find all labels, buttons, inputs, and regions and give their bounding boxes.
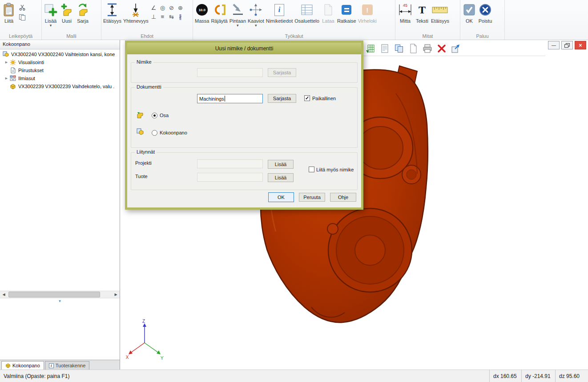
expand-arrow-icon[interactable]: ▶ [4,77,9,80]
paikallinen-checkbox[interactable]: ✓ [304,95,310,101]
measure-button[interactable]: 45 Mitta [396,1,414,24]
copy-icon [19,14,26,21]
dropdown-arrow-icon[interactable]: ▾ [255,24,257,27]
visualization-sun-icon [9,59,16,65]
tools-group-label: Työkalut [193,33,395,39]
to-surface-button[interactable]: Pintaan ▾ [229,1,247,27]
copy-button[interactable] [18,13,27,21]
tree-item-ilmiasut[interactable]: ▶ Ilmiasut [0,74,119,82]
add-model-button[interactable]: Lisää ▾ [43,1,59,27]
tuote-label: Tuote [135,174,148,179]
print-button[interactable] [423,44,432,53]
tree-item-piirustukset[interactable]: Piirustukset [0,66,119,74]
new-sheet-button[interactable] [408,44,418,53]
diagrams-button[interactable]: Kaaviot ▾ [247,1,265,27]
tab-kokoonpano[interactable]: Kokoonpano [1,361,44,370]
tuote-lisaa-button[interactable]: Lisää [268,173,294,182]
expand-arrow-icon[interactable]: ▶ [4,61,9,64]
button-label: Peruuta [303,195,321,200]
symmetry-constraint-icon[interactable]: ⊛ [176,4,185,12]
ok-ribbon-button[interactable]: OK [461,1,477,24]
export-spreadsheet-button[interactable] [366,44,375,53]
tree-item-root-assembly[interactable]: VX3002240 VX3002240 Vaihteiston kansi, k… [0,50,119,58]
cross-constraint-icon[interactable]: ∦ [176,12,185,21]
error-log-button[interactable]: ! Virheloki [357,1,378,24]
osa-radio[interactable] [152,113,157,118]
distance-constraint-button[interactable]: Etäisyys [102,1,122,24]
tab-tuoterakenne[interactable]: i Tuoterakenne [45,361,89,370]
cut-button[interactable] [18,4,27,11]
projekti-lisaa-button[interactable]: Lisää [268,160,294,169]
paste-button[interactable]: Liitä [1,1,17,24]
series-button[interactable]: Sarja [75,1,91,24]
mass-button[interactable]: 10.0 Massa [194,1,210,24]
dokumentti-sarjasta-button[interactable]: Sarjasta [268,94,296,103]
nimike-sarjasta-button[interactable]: Sarjasta [268,68,296,77]
parallel-constraint-icon[interactable]: ≡ [158,12,167,21]
splitter-marker-icon[interactable]: ▼ [58,299,62,303]
assembly-root-icon [2,51,9,57]
liita-myos-checkbox[interactable] [309,167,314,172]
part-cube-icon [9,83,16,89]
tree-item-visualisointi[interactable]: ▶ Visualisointi [0,58,119,66]
delete-view-button[interactable] [437,44,447,53]
perpendicular-constraint-icon[interactable]: ⊥ [149,12,158,21]
scroll-right-button[interactable]: ▶ [112,291,120,298]
configurations-icon [9,75,16,81]
document-list-button[interactable] [380,44,390,53]
model-group-label: Malli [42,33,101,39]
ok-ribbon-label: OK [466,18,473,24]
ok-button[interactable]: OK [268,192,294,202]
text-tool-button[interactable]: T Teksti [414,1,430,24]
angle-constraint-icon[interactable]: ∠ [149,4,158,12]
scissors-icon [19,4,25,11]
tangent-constraint-icon[interactable]: ⊘ [167,4,176,12]
copy-view-button[interactable] [394,44,404,53]
coincidence-constraint-button[interactable]: Yhtenevyys [122,1,149,24]
exit-button[interactable]: Poistu [477,1,493,24]
align-constraint-icon[interactable]: ⇆ [167,12,176,21]
tree-item-part-vx3002239[interactable]: VX3002239 VX3002239 Vaihdekotelo, valu . [0,82,119,90]
kokoonpano-radio[interactable] [152,130,157,136]
dropdown-arrow-icon[interactable]: ▾ [237,24,239,27]
solve-button[interactable]: Ratkaise [336,1,357,24]
paikallinen-label: Paikallinen [312,96,336,101]
scrollbar-track[interactable] [8,291,112,298]
error-log-label: Virheloki [358,18,377,24]
new-part-icon [60,2,73,18]
close-button[interactable]: × [575,41,586,49]
dokumentti-input[interactable]: Machinings [197,94,263,103]
ohje-button[interactable]: Ohje [330,193,356,202]
load-button[interactable]: Lataa [320,1,336,24]
panel-tab-bar: Kokoonpano i Tuoterakenne [0,360,120,370]
item-info-label: Nimiketiedot [266,18,293,24]
distance-measure-button[interactable]: Etäisyys [430,1,450,24]
restore-button[interactable] [561,41,573,49]
minimize-button[interactable]: — [548,41,560,49]
item-info-button[interactable]: i Nimiketiedot [265,1,294,24]
dialog-titlebar[interactable]: Uusi nimike / dokumentti [127,43,361,54]
explode-button[interactable]: Räjäytä [210,1,228,24]
export-view-button[interactable] [451,44,461,53]
new-part-button[interactable]: Uusi [59,1,75,24]
coincidence-constraint-icon [129,2,142,18]
dropdown-arrow-icon[interactable]: ▾ [50,24,52,27]
concentric-constraint-icon[interactable]: ◎ [158,4,167,12]
tree-item-label: VX3002240 VX3002240 Vaihteiston kansi, k… [11,52,115,57]
button-label: Sarjasta [273,70,291,75]
solve-label: Ratkaise [337,18,356,24]
new-item-document-dialog: Uusi nimike / dokumentti Nimike Sarjasta… [125,41,363,210]
ribbon-group-clipboard: Liitä Leikepöytä [0,0,42,40]
peruuta-button[interactable]: Peruuta [299,193,325,202]
tuote-input[interactable] [197,173,263,182]
part-list-button[interactable]: Osaluettelo [294,1,320,24]
text-tool-label: Teksti [416,18,428,24]
scroll-left-button[interactable]: ◀ [0,291,8,298]
nimike-group-label: Nimike [135,59,153,65]
projekti-label: Projekti [135,160,152,166]
scrollbar-thumb[interactable] [8,292,100,297]
horizontal-scrollbar[interactable]: ◀ ▶ [0,291,120,298]
projekti-input[interactable] [197,159,263,168]
part-list-icon [300,2,314,18]
nimike-input[interactable] [197,68,263,77]
